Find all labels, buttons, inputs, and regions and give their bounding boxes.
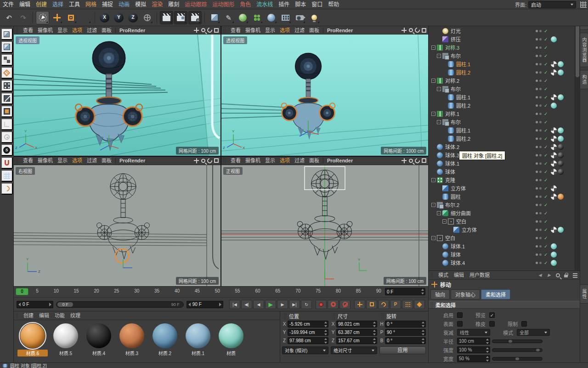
visibility-dots[interactable]	[536, 171, 542, 173]
object-row[interactable]: 球体	[429, 167, 575, 176]
menubar-item[interactable]: 插件	[276, 0, 292, 9]
object-row[interactable]: 挤压	[429, 35, 575, 43]
enabled-check-icon[interactable]	[544, 78, 549, 83]
material-swatch[interactable]: 材质	[216, 323, 246, 356]
object-row[interactable]: 球体.1	[429, 159, 575, 167]
eraser-checkbox[interactable]	[489, 321, 495, 327]
material-preview[interactable]	[119, 323, 144, 348]
orbit-icon[interactable]	[414, 157, 421, 164]
object-row[interactable]: 球体.4	[429, 259, 575, 267]
object-row[interactable]: 圆柱.1	[429, 126, 575, 134]
object-name[interactable]: 克隆	[445, 176, 455, 184]
toolbar-button[interactable]	[36, 11, 49, 24]
visibility-dots[interactable]	[536, 71, 542, 74]
object-name[interactable]: 球体.1	[445, 160, 459, 167]
menubar-item[interactable]: 窗口	[309, 0, 325, 9]
frame-start-field[interactable]: 0 F	[17, 301, 53, 308]
spinner-icon[interactable]	[372, 330, 375, 335]
viewport-menu-item[interactable]: 查看	[21, 26, 35, 34]
enabled-check-icon[interactable]	[544, 210, 549, 216]
frame-end-field[interactable]: 90 F	[187, 301, 223, 308]
increment-icon[interactable]	[49, 303, 51, 306]
object-name[interactable]: 布尔	[451, 52, 461, 59]
tag-icon[interactable]	[551, 185, 557, 191]
spinner-icon[interactable]	[372, 338, 375, 344]
view-label[interactable]: 透视视图	[223, 36, 247, 44]
menubar-item[interactable]: 捕捉	[99, 0, 116, 9]
object-row[interactable]: 球体.1	[429, 242, 575, 250]
viewport-menu-prorender[interactable]: ProRender	[325, 26, 355, 34]
viewport-menu-item[interactable]: 摄像机	[35, 26, 55, 34]
tag-icon[interactable]	[551, 243, 557, 249]
enabled-check-icon[interactable]	[544, 235, 549, 241]
tag-icon[interactable]	[551, 194, 557, 200]
viewport-menu-item[interactable]: 摄像机	[35, 156, 55, 165]
object-row[interactable]: 灯光	[429, 27, 575, 35]
object-name[interactable]: 对称.2	[445, 77, 459, 84]
object-row[interactable]: − 布尔	[429, 118, 575, 126]
tag-icon[interactable]	[551, 69, 557, 75]
visibility-dots[interactable]	[536, 162, 542, 165]
spinner-icon[interactable]	[323, 338, 327, 344]
enabled-check-icon[interactable]	[544, 243, 549, 249]
enabled-check-icon[interactable]	[544, 152, 549, 158]
tag-icon[interactable]	[551, 136, 557, 142]
material-preview[interactable]	[53, 323, 78, 348]
tag-icon[interactable]	[558, 169, 564, 175]
mode-button[interactable]	[1, 131, 13, 143]
visibility-dots[interactable]	[536, 262, 542, 264]
visibility-dots[interactable]	[536, 63, 542, 65]
toolbar-button[interactable]	[236, 11, 249, 24]
object-name[interactable]: 立方体	[451, 184, 466, 192]
key-toggle-button[interactable]	[414, 300, 425, 309]
radius-slider[interactable]	[492, 339, 543, 343]
tag-icon[interactable]	[558, 227, 564, 233]
tag-icon[interactable]	[551, 152, 557, 158]
expand-toggle[interactable]: −	[437, 87, 441, 91]
material-name[interactable]: 材质.5	[51, 350, 81, 356]
material-name[interactable]: 材质.1	[183, 350, 213, 356]
visibility-dots[interactable]	[536, 121, 542, 123]
interface-dropdown[interactable]: 启动	[528, 1, 576, 8]
key-toggle-button[interactable]	[402, 300, 413, 309]
viewport-canvas-right[interactable]: Y Z	[14, 165, 220, 287]
enabled-check-icon[interactable]	[544, 119, 549, 125]
viewport-menu-item[interactable]: 显示	[55, 156, 70, 165]
visibility-dots[interactable]	[536, 88, 542, 90]
visibility-dots[interactable]	[536, 104, 542, 107]
object-name[interactable]: 对称.1	[445, 110, 459, 117]
enabled-check-icon[interactable]	[544, 144, 549, 150]
tag-icon[interactable]	[558, 194, 564, 200]
object-name[interactable]: 对称.3	[445, 44, 459, 51]
expand-toggle[interactable]: −	[431, 203, 435, 207]
object-row[interactable]: − 布尔.2	[429, 201, 575, 209]
menubar-item[interactable]: 脚本	[292, 0, 309, 9]
visibility-dots[interactable]	[536, 96, 542, 98]
viewport-menu-prorender[interactable]: ProRender	[117, 156, 147, 165]
material-name[interactable]: 材质	[216, 350, 246, 356]
toolbar-button[interactable]	[141, 11, 154, 24]
spinner-icon[interactable]	[485, 356, 488, 362]
coordinate-field[interactable]: Y -169.994 cm	[282, 328, 328, 336]
toolbar-button[interactable]	[250, 11, 264, 24]
material-preview[interactable]	[86, 323, 111, 348]
key-toggle-button[interactable]: P	[390, 300, 401, 309]
tag-icon[interactable]	[551, 36, 557, 42]
toolbar-button[interactable]	[188, 11, 202, 24]
visibility-dots[interactable]	[536, 113, 542, 115]
enabled-check-icon[interactable]	[544, 28, 549, 34]
viewport-canvas-perspective-2[interactable]: Y X Z	[221, 34, 428, 156]
coordinate-field[interactable]: Z 97.988 cm	[282, 337, 328, 345]
orbit-icon[interactable]	[414, 27, 421, 34]
viewport-canvas-perspective-1[interactable]: Y X Z	[14, 34, 220, 156]
panel-grip[interactable]	[16, 157, 19, 164]
visibility-dots[interactable]	[536, 146, 542, 148]
maximize-icon[interactable]	[214, 28, 219, 33]
pan-icon[interactable]	[401, 27, 407, 33]
coordinate-field[interactable]: Y 63.387 cm	[331, 328, 377, 336]
timeline-ruler[interactable]: 0 051015202530354045505560657075808590 0…	[14, 286, 428, 297]
enabled-check-icon[interactable]	[544, 36, 549, 42]
record-button[interactable]	[328, 300, 339, 309]
toolbar-button[interactable]	[93, 11, 97, 24]
toolbar-button[interactable]: ↶	[2, 11, 16, 24]
